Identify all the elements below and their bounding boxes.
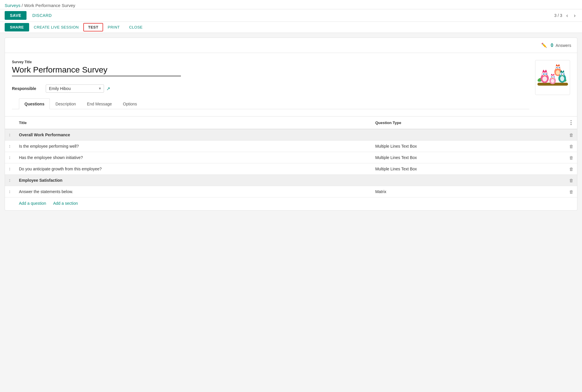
- drag-handle-cell: ↕: [5, 152, 15, 163]
- question-title-cell[interactable]: Overall Work Performance: [15, 129, 372, 141]
- question-type-cell: Multiple Lines Text Box: [372, 141, 565, 152]
- question-title-cell[interactable]: Employee Satisfaction: [15, 175, 372, 186]
- svg-point-13: [544, 73, 544, 74]
- prev-button[interactable]: ‹: [565, 12, 570, 19]
- drag-handle-cell: ↕: [5, 129, 15, 141]
- col-title: Title: [15, 116, 372, 129]
- card-topbar: ✏️ 0 Answers: [5, 38, 577, 53]
- drag-handle-icon[interactable]: ↕: [8, 166, 11, 171]
- col-menu: ⋮: [565, 116, 577, 129]
- question-type-cell: Matrix: [372, 186, 565, 197]
- svg-point-25: [557, 67, 557, 68]
- delete-icon[interactable]: 🗑: [569, 178, 574, 183]
- pagination-text: 3 / 3: [554, 13, 562, 18]
- delete-icon[interactable]: 🗑: [569, 167, 574, 172]
- svg-marker-32: [562, 70, 564, 72]
- action-bar: SAVE DISCARD 3 / 3 ‹ ›: [0, 9, 582, 22]
- drag-handle-cell: ↕: [5, 186, 15, 197]
- answers-label: Answers: [555, 43, 571, 48]
- svg-marker-20: [558, 64, 560, 66]
- questions-body: ↕Overall Work Performance🗑↕Is the employ…: [5, 129, 577, 197]
- print-button[interactable]: PRINT: [103, 23, 125, 31]
- question-title-cell[interactable]: Answer the statements below.: [15, 186, 372, 197]
- delete-icon[interactable]: 🗑: [569, 189, 574, 194]
- delete-icon[interactable]: 🗑: [569, 144, 574, 149]
- svg-point-16: [542, 76, 547, 82]
- action-bar-left: SAVE DISCARD: [5, 11, 55, 20]
- create-live-session-button[interactable]: CREATE LIVE SESSION: [29, 23, 83, 31]
- next-button[interactable]: ›: [572, 12, 577, 19]
- col-drag: [5, 116, 15, 129]
- discard-button[interactable]: DISCARD: [29, 11, 55, 20]
- tab-options[interactable]: Options: [117, 98, 142, 109]
- drag-handle-icon[interactable]: ↕: [8, 144, 11, 149]
- owl-svg: [536, 61, 569, 94]
- close-button[interactable]: CLOSE: [124, 23, 147, 31]
- table-header: Title Question Type ⋮: [5, 116, 577, 129]
- svg-point-52: [551, 79, 554, 83]
- table-row: ↕Employee Satisfaction🗑: [5, 175, 577, 186]
- delete-icon[interactable]: 🗑: [569, 155, 574, 160]
- responsible-select: Emily Hibou ▼ ↗: [46, 84, 110, 93]
- svg-point-38: [563, 73, 564, 74]
- action-bar-right: 3 / 3 ‹ ›: [554, 12, 577, 19]
- svg-marker-7: [542, 70, 545, 72]
- svg-point-14: [546, 73, 546, 74]
- table-row: ↕Overall Work Performance🗑: [5, 129, 577, 141]
- survey-form: Survey Title Responsible Emily Hibou ▼ ↗: [5, 53, 577, 116]
- edit-icon: ✏️: [541, 43, 547, 48]
- drag-handle-icon[interactable]: ↕: [8, 155, 11, 160]
- question-title-cell[interactable]: Has the employee shown initiative?: [15, 152, 372, 163]
- add-section-link[interactable]: Add a section: [53, 201, 78, 206]
- questions-table: Title Question Type ⋮ ↕Overall Work Perf…: [5, 116, 577, 197]
- question-type-cell: [372, 175, 565, 186]
- table-row: ↕Has the employee shown initiative?Multi…: [5, 152, 577, 163]
- col-question-type: Question Type: [372, 116, 565, 129]
- table-row: ↕Is the employee performing well?Multipl…: [5, 141, 577, 152]
- test-button[interactable]: TEST: [83, 23, 103, 31]
- survey-card: ✏️ 0 Answers Survey Title Responsible Em…: [5, 38, 577, 211]
- more-options-icon[interactable]: ⋮: [568, 120, 574, 126]
- share-button[interactable]: SHARE: [5, 23, 29, 31]
- responsible-dropdown-wrapper: Emily Hibou ▼: [46, 84, 104, 93]
- svg-marker-43: [551, 74, 553, 75]
- breadcrumb-surveys-link[interactable]: Surveys: [5, 3, 20, 8]
- delete-cell: 🗑: [565, 186, 577, 197]
- question-title-cell[interactable]: Is the employee performing well?: [15, 141, 372, 152]
- question-title-cell[interactable]: Do you anticipate growth from this emplo…: [15, 163, 372, 175]
- survey-image[interactable]: [535, 60, 570, 95]
- add-question-link[interactable]: Add a question: [19, 201, 46, 206]
- toolbar: SHARE CREATE LIVE SESSION TEST PRINT CLO…: [0, 22, 582, 33]
- tab-description[interactable]: Description: [50, 98, 81, 109]
- main-content: ✏️ 0 Answers Survey Title Responsible Em…: [0, 33, 582, 215]
- question-type-cell: [372, 129, 565, 141]
- drag-handle-icon[interactable]: ↕: [8, 132, 11, 137]
- question-type-cell: Multiple Lines Text Box: [372, 152, 565, 163]
- delete-icon[interactable]: 🗑: [569, 133, 574, 137]
- question-type-cell: Multiple Lines Text Box: [372, 163, 565, 175]
- svg-point-26: [559, 67, 560, 68]
- delete-cell: 🗑: [565, 141, 577, 152]
- svg-point-50: [554, 76, 554, 77]
- tabs-row: Questions Description End Message Option…: [12, 98, 529, 109]
- svg-marker-19: [556, 64, 558, 66]
- drag-handle-cell: ↕: [5, 175, 15, 186]
- table-row: ↕Answer the statements below.Matrix🗑: [5, 186, 577, 197]
- save-button[interactable]: SAVE: [5, 11, 27, 20]
- drag-handle-icon[interactable]: ↕: [8, 178, 11, 183]
- breadcrumb-separator: /: [22, 3, 24, 8]
- table-row: ↕Do you anticipate growth from this empl…: [5, 163, 577, 175]
- tab-end-message[interactable]: End Message: [82, 98, 118, 109]
- external-link-icon[interactable]: ↗: [106, 86, 110, 91]
- breadcrumb: Surveys / Work Performance Survey: [0, 0, 582, 9]
- svg-point-28: [556, 70, 560, 75]
- survey-form-left: Survey Title Responsible Emily Hibou ▼ ↗: [12, 60, 529, 109]
- responsible-label: Responsible: [12, 86, 41, 91]
- tab-questions[interactable]: Questions: [19, 98, 50, 109]
- drag-handle-icon[interactable]: ↕: [8, 189, 11, 194]
- drag-handle-cell: ↕: [5, 141, 15, 152]
- answers-count: ✏️ 0 Answers: [541, 43, 571, 48]
- survey-title-input[interactable]: [12, 65, 181, 76]
- responsible-dropdown[interactable]: Emily Hibou: [46, 84, 104, 93]
- add-row: Add a question Add a section: [5, 197, 577, 210]
